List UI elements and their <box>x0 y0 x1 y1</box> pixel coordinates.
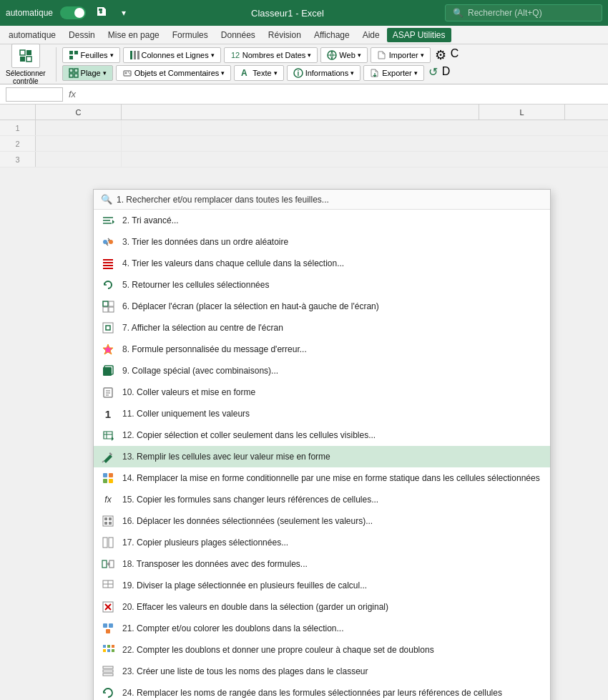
svg-rect-3 <box>26 57 31 62</box>
objets-button[interactable]: Objets et Commentaires ▾ <box>116 65 232 81</box>
undo-button[interactable]: ▾ <box>117 6 130 19</box>
item-text-15: 15. Copier les formules sans changer leu… <box>122 495 378 505</box>
feuilles-button[interactable]: Feuilles ▾ <box>62 47 120 63</box>
dropdown-item-18[interactable]: 18. Transposer les données avec des form… <box>94 553 550 575</box>
item-text-19: 19. Diviser la plage sélectionnée en plu… <box>122 580 367 590</box>
search-input[interactable] <box>468 8 594 18</box>
extra-icon-2[interactable]: C <box>451 47 459 63</box>
svg-point-18 <box>124 72 127 74</box>
search-bar[interactable]: 🔍 <box>445 4 602 21</box>
menu-item-formules[interactable]: Formules <box>167 28 214 42</box>
svg-rect-29 <box>103 301 108 306</box>
menu-item-affichage[interactable]: Affichage <box>308 28 356 42</box>
dropdown-item-7[interactable]: 7. Afficher la sélection au centre de l'… <box>94 317 550 339</box>
svg-rect-69 <box>103 649 106 652</box>
dropdown-item-14[interactable]: 14. Remplacer la mise en forme condition… <box>94 467 550 489</box>
dropdown-item-15[interactable]: fx 15. Copier les formules sans changer … <box>94 489 550 510</box>
selectionner-button[interactable] <box>11 44 40 68</box>
dropdown-item-16[interactable]: 16. Déplacer les données sélectionnées (… <box>94 510 550 532</box>
svg-rect-47 <box>109 479 113 483</box>
menu-item-dessin[interactable]: Dessin <box>63 28 101 42</box>
extra-icon-1[interactable]: ⚙ <box>435 47 446 63</box>
ribbon-row2: Plage ▾ Objets et Commentaires ▾ A Texte… <box>62 65 459 81</box>
dropdown-item-10[interactable]: 10. Coller valeurs et mise en forme <box>94 381 550 403</box>
dropdown-item-22[interactable]: 22. Compter les doublons et donner une p… <box>94 639 550 661</box>
menu-item-revision[interactable]: Révision <box>263 28 307 42</box>
item-icon-10 <box>101 385 115 399</box>
item-text-6: 6. Déplacer l'écran (placer la sélection… <box>122 301 379 311</box>
dropdown-search-row: 🔍 <box>94 190 550 210</box>
cell[interactable] <box>36 120 122 135</box>
svg-rect-44 <box>103 473 107 477</box>
refresh-icon[interactable]: ↺ <box>428 65 438 81</box>
save-button[interactable] <box>92 4 112 21</box>
item-text-17: 17. Copier plusieurs plages sélectionnée… <box>122 538 288 548</box>
toggle-button[interactable] <box>60 6 86 19</box>
formula-input[interactable] <box>82 89 602 99</box>
dropdown-item-2[interactable]: 2. Tri avancé... <box>94 210 550 231</box>
texte-button[interactable]: A Texte ▾ <box>234 65 283 81</box>
svg-rect-68 <box>112 645 114 648</box>
dropdown-search-icon: 🔍 <box>101 194 112 205</box>
dropdown-search-input[interactable] <box>117 195 543 205</box>
svg-rect-4 <box>69 51 73 54</box>
dropdown-item-23[interactable]: 23. Créer une liste de tous les noms des… <box>94 661 550 682</box>
item-icon-21 <box>101 621 115 636</box>
svg-rect-16 <box>74 74 78 77</box>
nombres-chevron: ▾ <box>308 52 311 59</box>
menu-item-asap[interactable]: ASAP Utilities <box>387 28 451 42</box>
svg-text:123: 123 <box>231 51 240 59</box>
dropdown-item-6[interactable]: 6. Déplacer l'écran (placer la sélection… <box>94 296 550 317</box>
informations-chevron: ▾ <box>350 69 354 77</box>
dropdown-item-11[interactable]: 1 11. Coller uniquement les valeurs <box>94 403 550 424</box>
dropdown-item-19[interactable]: 19. Diviser la plage sélectionnée en plu… <box>94 575 550 596</box>
svg-rect-71 <box>112 649 114 652</box>
row-num: 3 <box>0 152 36 167</box>
selectionner-label: Sélectionner <box>6 69 46 77</box>
menu-item-donnees[interactable]: Données <box>215 28 261 42</box>
name-box[interactable] <box>6 87 63 102</box>
colonnes-chevron: ▾ <box>211 52 215 59</box>
dropdown-item-5[interactable]: 5. Retourner les cellules sélectionnées <box>94 274 550 296</box>
svg-rect-70 <box>107 649 110 652</box>
nombres-button[interactable]: 123 Nombres et Dates ▾ <box>224 47 318 63</box>
texte-chevron: ▾ <box>274 69 278 77</box>
importer-button[interactable]: Importer ▾ <box>371 47 431 63</box>
svg-rect-1 <box>26 50 31 55</box>
svg-rect-52 <box>109 522 112 525</box>
plage-button[interactable]: Plage ▾ <box>62 65 113 81</box>
colonnes-button[interactable]: Colonnes et Lignes ▾ <box>123 47 221 63</box>
dropdown-item-17[interactable]: 17. Copier plusieurs plages sélectionnée… <box>94 532 550 553</box>
dropdown-item-9[interactable]: 9. Collage spécial (avec combinaisons)..… <box>94 360 550 381</box>
plage-chevron: ▾ <box>103 69 107 77</box>
dropdown-item-24[interactable]: 24. Remplacer les noms de rangée dans le… <box>94 682 550 700</box>
cell[interactable] <box>36 136 122 151</box>
item-icon-7 <box>101 321 115 335</box>
cell[interactable] <box>36 152 122 167</box>
exporter-button[interactable]: Exporter ▾ <box>363 65 424 81</box>
menu-item-automatique[interactable]: automatique <box>3 28 62 42</box>
dropdown-item-20[interactable]: 20. Effacer les valeurs en double dans l… <box>94 596 550 618</box>
svg-text:i: i <box>297 69 299 77</box>
menu-item-aide[interactable]: Aide <box>357 28 386 42</box>
svg-rect-13 <box>69 69 73 72</box>
item-icon-9 <box>101 364 115 378</box>
feuilles-chevron: ▾ <box>110 52 114 59</box>
menu-item-mise-en-page[interactable]: Mise en page <box>102 28 165 42</box>
dropdown-item-4[interactable]: 4. Trier les valeurs dans chaque cellule… <box>94 253 550 274</box>
dropdown-item-21[interactable]: 21. Compter et/ou colorer les doublons d… <box>94 618 550 639</box>
column-header-row: C L <box>0 104 608 120</box>
extra-icon-3[interactable]: D <box>442 65 451 81</box>
item-icon-24 <box>101 686 115 700</box>
svg-rect-5 <box>74 51 78 54</box>
informations-button[interactable]: i Informations ▾ <box>287 65 361 81</box>
dropdown-item-3[interactable]: 3. Trier les données dans un ordre aléat… <box>94 231 550 253</box>
fx-label: fx <box>69 89 76 99</box>
item-text-14: 14. Remplacer la mise en forme condition… <box>122 473 540 483</box>
dropdown-item-8[interactable]: 8. Formule personnalisée du message d'er… <box>94 339 550 360</box>
web-button[interactable]: Web ▾ <box>320 47 367 63</box>
dropdown-item-13[interactable]: 13. Remplir les cellules avec leur valeu… <box>94 446 550 467</box>
corner-cell <box>0 104 36 120</box>
dropdown-item-12[interactable]: 12. Copier sélection et coller seulement… <box>94 424 550 446</box>
item-text-2: 2. Tri avancé... <box>122 215 179 225</box>
